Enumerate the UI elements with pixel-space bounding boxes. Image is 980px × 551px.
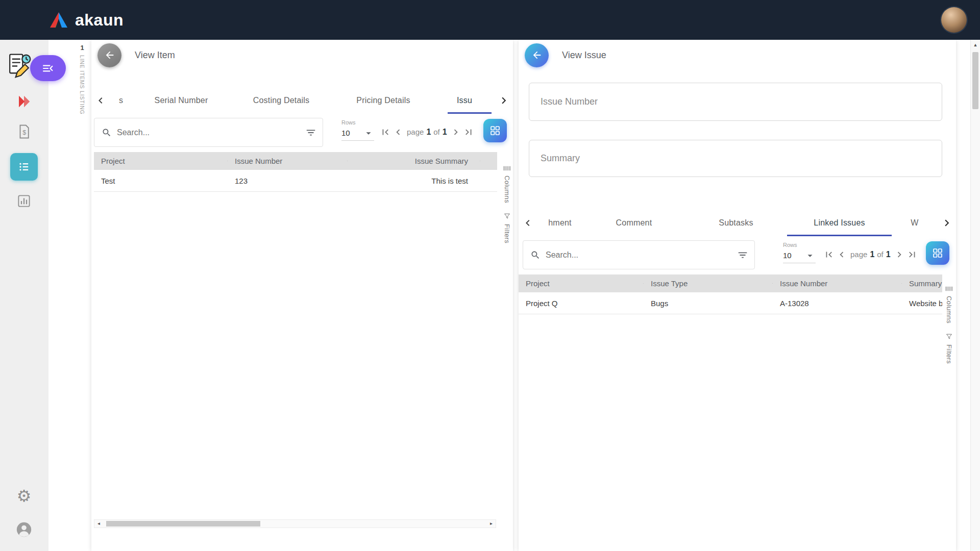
column-header: Project bbox=[519, 279, 644, 288]
search-input[interactable] bbox=[546, 251, 732, 260]
prev-page-button[interactable] bbox=[836, 247, 848, 262]
chevron-left-icon bbox=[522, 217, 534, 229]
tab-comment[interactable]: Comment bbox=[583, 210, 685, 236]
table-side-tabs: Columns Filters bbox=[503, 165, 511, 243]
tab-subtasks[interactable]: Subtasks bbox=[685, 210, 787, 236]
tab-worklog[interactable]: W bbox=[892, 210, 938, 236]
tabs-scroll-right-button[interactable] bbox=[495, 87, 513, 114]
tabs-scroll-left-button[interactable] bbox=[519, 210, 537, 236]
dropdown-caret-icon bbox=[804, 250, 816, 261]
prev-page-button[interactable] bbox=[392, 125, 404, 139]
scrollbar-thumb[interactable] bbox=[972, 52, 978, 109]
next-page-button[interactable] bbox=[450, 125, 462, 139]
grid-view-button[interactable] bbox=[483, 119, 507, 142]
menu-open-icon bbox=[41, 62, 55, 75]
page-indicator: page 1 of 1 bbox=[407, 128, 447, 137]
table-row[interactable]: Test 123 This is test bbox=[94, 170, 497, 192]
cell-issue-summary: This is test bbox=[348, 177, 480, 185]
tab-attachment[interactable]: hment bbox=[537, 210, 583, 236]
linked-issues-table: Project Issue Type Issue Number Summary … bbox=[519, 274, 942, 314]
rows-per-page-select[interactable]: 10 bbox=[341, 126, 374, 141]
scrollbar-thumb[interactable] bbox=[106, 521, 260, 527]
chevron-right-icon bbox=[940, 216, 953, 230]
cell-issue-number: A-13028 bbox=[773, 299, 902, 308]
scroll-right-icon[interactable]: ► bbox=[487, 521, 496, 526]
grid-view-icon bbox=[489, 124, 501, 137]
issue-tabs: hment Comment Subtasks Linked Issues W bbox=[519, 210, 956, 236]
column-header: Issue Number bbox=[228, 157, 348, 165]
list-icon bbox=[17, 160, 31, 174]
back-button[interactable] bbox=[97, 43, 121, 67]
summary-label: Summary bbox=[541, 153, 580, 164]
scroll-up-icon[interactable]: ▲ bbox=[971, 40, 980, 47]
tab-pricing-details[interactable]: Pricing Details bbox=[332, 87, 434, 114]
filter-list-icon[interactable] bbox=[305, 127, 316, 138]
sidebar-item-billing[interactable]: $ bbox=[13, 120, 35, 143]
filter-funnel-icon bbox=[503, 212, 511, 220]
profile-button[interactable] bbox=[13, 518, 35, 541]
back-icon bbox=[531, 49, 543, 61]
tab-partial[interactable]: s bbox=[110, 87, 132, 114]
search-input[interactable] bbox=[117, 128, 300, 137]
search-box bbox=[523, 240, 755, 269]
first-page-button[interactable] bbox=[379, 125, 391, 139]
gear-icon: ⚙ bbox=[17, 486, 32, 506]
settings-button[interactable]: ⚙ bbox=[13, 485, 35, 507]
item-tabs: s Serial Number Costing Details Pricing … bbox=[91, 87, 513, 114]
red-app-icon bbox=[16, 94, 32, 109]
search-box bbox=[94, 118, 323, 147]
line-items-count: 1 bbox=[80, 44, 84, 52]
next-page-button[interactable] bbox=[893, 247, 905, 262]
brand-logo[interactable]: akaun bbox=[48, 11, 124, 30]
columns-side-tab[interactable]: Columns bbox=[503, 165, 511, 203]
issue-number-label: Issue Number bbox=[541, 96, 598, 107]
filter-list-icon[interactable] bbox=[737, 249, 748, 261]
tabs-scroll-right-button[interactable] bbox=[938, 210, 956, 236]
tabs-scroll-left-button[interactable] bbox=[91, 87, 110, 114]
column-header: Project bbox=[94, 157, 228, 165]
issue-number-field[interactable]: Issue Number bbox=[529, 83, 942, 121]
page-scrollbar[interactable]: ▲ bbox=[970, 40, 980, 551]
tab-serial-number[interactable]: Serial Number bbox=[132, 87, 230, 114]
page-indicator: page 1 of 1 bbox=[850, 250, 891, 259]
summary-field[interactable]: Summary bbox=[529, 140, 942, 177]
filters-side-tab[interactable]: Filters bbox=[503, 212, 511, 243]
view-issue-header: View Issue bbox=[525, 42, 606, 68]
column-header: Issue Type bbox=[644, 279, 773, 288]
grid-view-button[interactable] bbox=[926, 241, 949, 265]
tab-issue-link[interactable]: Issu bbox=[434, 87, 495, 114]
cell-summary: Website bu bbox=[902, 299, 942, 308]
pagination: page 1 of 1 bbox=[823, 247, 918, 262]
sidebar-item-red-app[interactable] bbox=[13, 90, 35, 113]
columns-grip-icon bbox=[945, 286, 953, 292]
filters-side-tab[interactable]: Filters bbox=[945, 333, 953, 364]
line-items-strip[interactable]: 1 LINE ITEMS LISTING bbox=[77, 44, 88, 115]
sidebar: $ ⚙ bbox=[0, 40, 48, 551]
sidebar-item-line-items-listing[interactable] bbox=[10, 153, 38, 181]
rows-per-page-select[interactable]: 10 bbox=[783, 248, 816, 263]
columns-grip-icon bbox=[503, 165, 511, 171]
tab-costing-details[interactable]: Costing Details bbox=[230, 87, 332, 114]
last-page-button[interactable] bbox=[462, 125, 475, 139]
table-header: Project Issue Number Issue Summary bbox=[94, 152, 497, 170]
pagination: page 1 of 1 bbox=[379, 125, 475, 139]
first-page-button[interactable] bbox=[823, 247, 835, 262]
cell-project: Test bbox=[94, 177, 228, 185]
cell-project: Project Q bbox=[519, 299, 644, 308]
horizontal-scrollbar[interactable]: ◄ ► bbox=[94, 519, 496, 528]
table-row[interactable]: Project Q Bugs A-13028 Website bu bbox=[519, 292, 942, 314]
scroll-left-icon[interactable]: ◄ bbox=[94, 521, 103, 526]
column-header: Issue Summary bbox=[348, 157, 480, 165]
last-page-button[interactable] bbox=[906, 247, 918, 262]
columns-side-tab[interactable]: Columns bbox=[945, 286, 953, 323]
line-items-toggle-button[interactable] bbox=[30, 55, 66, 81]
tab-linked-issues[interactable]: Linked Issues bbox=[787, 210, 892, 236]
rows-per-page: Rows 10 bbox=[783, 242, 816, 263]
back-button[interactable] bbox=[525, 43, 549, 67]
user-avatar[interactable] bbox=[941, 7, 967, 33]
linked-issues-table: Project Issue Number Issue Summary Test … bbox=[94, 152, 497, 192]
table-side-tabs: Columns Filters bbox=[945, 286, 953, 364]
line-items-sticker-icon[interactable] bbox=[5, 52, 33, 80]
column-header: Issue Number bbox=[773, 279, 902, 288]
sidebar-item-reports[interactable] bbox=[13, 190, 35, 212]
